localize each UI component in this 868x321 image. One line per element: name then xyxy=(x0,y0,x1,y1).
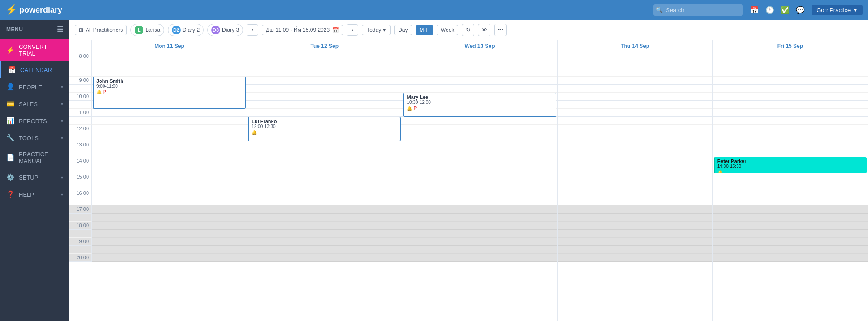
event-lui-franko[interactable]: Lui Franko 12:00-13:30 🔔 xyxy=(248,117,401,141)
event-peter-parker[interactable]: Peter Parker 14:30-15:30 🔔 xyxy=(714,157,867,173)
thu-2000 xyxy=(558,254,712,262)
search-input[interactable] xyxy=(653,4,743,16)
time-800: 8 00 xyxy=(69,52,92,68)
user-badge[interactable]: GornPractice ▼ xyxy=(812,5,863,15)
mon-1400 xyxy=(92,157,247,165)
event-mary-lee[interactable]: Mary Lee 10:30-12:00 🔔 P xyxy=(403,93,556,117)
hamburger-icon[interactable]: ☰ xyxy=(57,25,64,34)
menu-label: MENU xyxy=(6,26,23,33)
event-peter-parker-time: 14:30-15:30 xyxy=(717,164,864,169)
calendar-header: Mon 11 Sep Tue 12 Sep Wed 13 Sep Thu 14 … xyxy=(69,40,868,52)
refresh-button[interactable]: ↻ xyxy=(462,24,474,36)
fri-930 xyxy=(713,85,868,93)
time-1500: 15 00 xyxy=(69,173,92,181)
fri-header: Fri 15 Sep xyxy=(713,40,868,52)
fri-900 xyxy=(713,77,868,85)
time-1130 xyxy=(69,117,92,125)
event-john-smith[interactable]: John Smith 9:00-11:00 🔔 P xyxy=(93,77,246,109)
time-1230 xyxy=(69,133,92,141)
search-wrapper xyxy=(653,4,743,16)
check-nav-icon[interactable]: ✅ xyxy=(781,6,790,14)
mon-2000 xyxy=(92,254,247,262)
event-mary-lee-time: 10:30-12:00 xyxy=(407,100,553,105)
sidebar-item-people[interactable]: 👤 PEOPLE ▾ xyxy=(0,78,69,95)
bell-icon-4: 🔔 xyxy=(717,170,723,173)
mf-view-button[interactable]: M-F xyxy=(416,25,433,35)
sidebar-item-setup[interactable]: ⚙️ SETUP ▾ xyxy=(0,169,69,186)
mon-1930 xyxy=(92,246,247,254)
wed-1300 xyxy=(402,141,557,149)
thu-1430 xyxy=(558,165,712,173)
diary-tab-d3[interactable]: D3 Diary 3 xyxy=(207,24,243,36)
fri-1200 xyxy=(713,125,868,133)
sidebar-item-practice-manual[interactable]: 📄 PRACTICE MANUAL xyxy=(0,146,69,169)
all-practitioners-button[interactable]: ⊞ All Practitioners xyxy=(75,25,127,35)
week-view-button[interactable]: Week xyxy=(437,25,458,35)
diary-tab-d2[interactable]: D2 Diary 2 xyxy=(168,24,204,36)
more-options-button[interactable]: ••• xyxy=(494,24,507,36)
sales-arrow-icon: ▾ xyxy=(61,102,63,107)
prev-week-button[interactable]: ‹ xyxy=(247,24,258,36)
fri-1300 xyxy=(713,141,868,149)
event-john-smith-icons: 🔔 P xyxy=(96,90,243,94)
next-week-button[interactable]: › xyxy=(347,24,358,36)
all-practitioners-label: All Practitioners xyxy=(86,27,123,33)
user-label: GornPractice xyxy=(816,7,851,13)
mon-1630 xyxy=(92,197,247,205)
eye-button[interactable]: 👁 xyxy=(478,24,490,36)
sidebar-item-label: TOOLS xyxy=(19,135,39,141)
mon-1730 xyxy=(92,214,247,222)
sidebar-item-label: REPORTS xyxy=(19,118,47,124)
date-range-button[interactable]: Дш 11.09 - Йм 15.09.2023 📅 xyxy=(262,25,343,35)
sidebar-item-convert-trial[interactable]: ⚡ CONVERT TRIAL xyxy=(0,39,69,61)
sidebar-item-label: PRACTICE MANUAL xyxy=(19,151,63,164)
thu-1330 xyxy=(558,149,712,157)
calendar-grid: Mon 11 Sep Tue 12 Sep Wed 13 Sep Thu 14 … xyxy=(69,40,868,321)
clock-nav-icon[interactable]: 🕐 xyxy=(765,6,774,14)
mon-1330 xyxy=(92,149,247,157)
sidebar-item-calendar[interactable]: 📅 CALENDAR xyxy=(0,61,69,78)
time-1900: 19 00 xyxy=(69,238,92,246)
tue-1730 xyxy=(247,214,402,222)
diary-tab-larisa[interactable]: L Larisa xyxy=(130,24,164,36)
fri-1230 xyxy=(713,133,868,141)
tools-arrow-icon: ▾ xyxy=(61,136,63,141)
calendar-nav-icon[interactable]: 📅 xyxy=(750,6,759,14)
d3-label: Diary 3 xyxy=(222,27,239,33)
today-button[interactable]: Today ▾ xyxy=(362,25,391,35)
time-1600: 16 00 xyxy=(69,189,92,197)
logo-icon: ⚡ xyxy=(5,4,17,16)
wed-830 xyxy=(402,68,557,77)
sidebar-item-label: SALES xyxy=(19,101,38,107)
wed-1830 xyxy=(402,230,557,238)
mon-1130 xyxy=(92,117,247,125)
bell-icon-3: 🔔 xyxy=(407,106,412,111)
sidebar-item-label: CALENDAR xyxy=(20,67,52,73)
event-mary-lee-icons: 🔔 P xyxy=(407,106,553,111)
sidebar-item-label: PEOPLE xyxy=(19,84,42,90)
logo: ⚡ powerdiary xyxy=(5,4,62,16)
fri-1730 xyxy=(713,214,868,222)
day-col-fri: Peter Parker 14:30-15:30 🔔 xyxy=(713,52,868,321)
chat-nav-icon[interactable]: 💬 xyxy=(796,6,805,14)
event-peter-parker-icons: 🔔 xyxy=(717,170,864,173)
people-icon: 👤 xyxy=(6,83,14,91)
day-view-button[interactable]: Day xyxy=(394,25,412,35)
calendar-body: 8 00 9 00 10 00 11 00 12 00 13 00 14 00 … xyxy=(69,52,868,321)
logo-text: powerdiary xyxy=(19,5,62,15)
fri-1500 xyxy=(713,173,868,181)
mon-1300 xyxy=(92,141,247,149)
tue-2000 xyxy=(247,254,402,262)
thu-1630 xyxy=(558,197,712,205)
bell-icon-2: 🔔 xyxy=(252,130,257,135)
tue-830 xyxy=(247,68,402,77)
today-chevron: ▾ xyxy=(383,27,386,33)
wed-1500 xyxy=(402,173,557,181)
sidebar-item-help[interactable]: ❓ HELP ▾ xyxy=(0,186,69,203)
time-1930 xyxy=(69,246,92,254)
sidebar-item-sales[interactable]: 💳 SALES ▾ xyxy=(0,95,69,112)
wed-1330 xyxy=(402,149,557,157)
sidebar-item-reports[interactable]: 📊 REPORTS ▾ xyxy=(0,112,69,129)
sidebar-item-tools[interactable]: 🔧 TOOLS ▾ xyxy=(0,129,69,146)
calendar-toolbar: ⊞ All Practitioners L Larisa D2 Diary 2 … xyxy=(69,20,868,40)
